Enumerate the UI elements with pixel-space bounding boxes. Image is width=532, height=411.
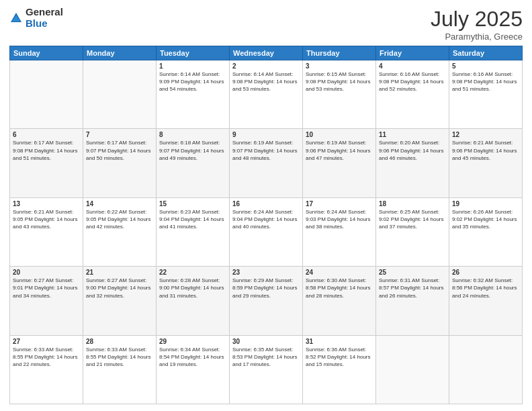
day-cell: 26Sunrise: 6:32 AM Sunset: 8:56 PM Dayli… bbox=[449, 267, 523, 335]
day-number: 27 bbox=[13, 338, 80, 345]
day-number: 2 bbox=[232, 62, 300, 70]
day-number: 31 bbox=[306, 338, 373, 345]
day-number: 7 bbox=[86, 131, 153, 138]
day-cell: 11Sunrise: 6:20 AM Sunset: 9:06 PM Dayli… bbox=[376, 129, 449, 197]
week-row-4: 20Sunrise: 6:27 AM Sunset: 9:01 PM Dayli… bbox=[10, 267, 523, 335]
day-number: 15 bbox=[159, 200, 226, 208]
day-number: 20 bbox=[13, 269, 80, 276]
day-cell: 12Sunrise: 6:21 AM Sunset: 9:06 PM Dayli… bbox=[449, 129, 523, 197]
day-number: 19 bbox=[452, 200, 519, 208]
logo-icon bbox=[9, 11, 23, 25]
day-cell: 23Sunrise: 6:29 AM Sunset: 8:59 PM Dayli… bbox=[230, 267, 303, 335]
day-info: Sunrise: 6:28 AM Sunset: 9:00 PM Dayligh… bbox=[159, 277, 226, 300]
day-number: 5 bbox=[452, 62, 519, 70]
day-number: 24 bbox=[306, 269, 373, 276]
day-cell: 20Sunrise: 6:27 AM Sunset: 9:01 PM Dayli… bbox=[10, 267, 83, 335]
weekday-header-row: SundayMondayTuesdayWednesdayThursdayFrid… bbox=[10, 46, 523, 60]
day-number: 13 bbox=[13, 200, 80, 208]
day-info: Sunrise: 6:14 AM Sunset: 9:08 PM Dayligh… bbox=[232, 71, 300, 93]
day-info: Sunrise: 6:21 AM Sunset: 9:06 PM Dayligh… bbox=[452, 139, 519, 162]
day-info: Sunrise: 6:25 AM Sunset: 9:02 PM Dayligh… bbox=[379, 208, 446, 231]
logo-general: General bbox=[26, 7, 63, 18]
day-number: 8 bbox=[159, 131, 226, 138]
weekday-sunday: Sunday bbox=[10, 46, 83, 60]
weekday-wednesday: Wednesday bbox=[230, 46, 303, 60]
day-info: Sunrise: 6:16 AM Sunset: 9:08 PM Dayligh… bbox=[452, 71, 519, 93]
day-info: Sunrise: 6:34 AM Sunset: 8:54 PM Dayligh… bbox=[159, 346, 226, 369]
day-info: Sunrise: 6:22 AM Sunset: 9:05 PM Dayligh… bbox=[86, 208, 153, 231]
day-info: Sunrise: 6:20 AM Sunset: 9:06 PM Dayligh… bbox=[379, 139, 446, 162]
day-cell: 2Sunrise: 6:14 AM Sunset: 9:08 PM Daylig… bbox=[230, 60, 303, 129]
logo: General Blue bbox=[9, 7, 63, 29]
day-number: 17 bbox=[306, 200, 373, 208]
day-cell: 22Sunrise: 6:28 AM Sunset: 9:00 PM Dayli… bbox=[157, 267, 230, 335]
day-number: 9 bbox=[232, 131, 300, 138]
day-info: Sunrise: 6:23 AM Sunset: 9:04 PM Dayligh… bbox=[159, 208, 226, 231]
month-title: July 2025 bbox=[431, 7, 523, 32]
weekday-friday: Friday bbox=[376, 46, 449, 60]
logo-blue: Blue bbox=[26, 18, 63, 30]
day-info: Sunrise: 6:15 AM Sunset: 9:08 PM Dayligh… bbox=[306, 71, 373, 93]
day-number: 29 bbox=[159, 338, 226, 345]
title-block: July 2025 Paramythia, Greece bbox=[431, 7, 523, 42]
day-cell: 8Sunrise: 6:18 AM Sunset: 9:07 PM Daylig… bbox=[157, 129, 230, 197]
day-number: 22 bbox=[159, 269, 226, 276]
day-info: Sunrise: 6:33 AM Sunset: 8:55 PM Dayligh… bbox=[86, 346, 153, 369]
day-info: Sunrise: 6:26 AM Sunset: 9:02 PM Dayligh… bbox=[452, 208, 519, 231]
day-info: Sunrise: 6:27 AM Sunset: 9:00 PM Dayligh… bbox=[86, 277, 153, 300]
week-row-2: 6Sunrise: 6:17 AM Sunset: 9:08 PM Daylig… bbox=[10, 129, 523, 197]
day-number: 6 bbox=[13, 131, 80, 138]
day-cell: 16Sunrise: 6:24 AM Sunset: 9:04 PM Dayli… bbox=[230, 197, 303, 266]
day-cell: 9Sunrise: 6:19 AM Sunset: 9:07 PM Daylig… bbox=[230, 129, 303, 197]
day-number: 25 bbox=[379, 269, 446, 276]
day-cell: 17Sunrise: 6:24 AM Sunset: 9:03 PM Dayli… bbox=[303, 197, 376, 266]
day-number: 30 bbox=[232, 338, 300, 345]
day-number: 3 bbox=[306, 62, 373, 70]
day-info: Sunrise: 6:24 AM Sunset: 9:03 PM Dayligh… bbox=[306, 208, 373, 231]
day-number: 4 bbox=[379, 62, 446, 70]
logo-text: General Blue bbox=[26, 7, 63, 29]
day-info: Sunrise: 6:24 AM Sunset: 9:04 PM Dayligh… bbox=[232, 208, 300, 231]
day-info: Sunrise: 6:16 AM Sunset: 9:08 PM Dayligh… bbox=[379, 71, 446, 93]
weekday-thursday: Thursday bbox=[303, 46, 376, 60]
day-number: 12 bbox=[452, 131, 519, 138]
day-info: Sunrise: 6:33 AM Sunset: 8:55 PM Dayligh… bbox=[13, 346, 80, 369]
day-info: Sunrise: 6:29 AM Sunset: 8:59 PM Dayligh… bbox=[232, 277, 300, 300]
day-info: Sunrise: 6:19 AM Sunset: 9:06 PM Dayligh… bbox=[306, 139, 373, 162]
day-info: Sunrise: 6:19 AM Sunset: 9:07 PM Dayligh… bbox=[232, 139, 300, 162]
week-row-5: 27Sunrise: 6:33 AM Sunset: 8:55 PM Dayli… bbox=[10, 335, 523, 404]
week-row-3: 13Sunrise: 6:21 AM Sunset: 9:05 PM Dayli… bbox=[10, 197, 523, 266]
day-info: Sunrise: 6:36 AM Sunset: 8:52 PM Dayligh… bbox=[306, 346, 373, 369]
day-number: 26 bbox=[452, 269, 519, 276]
day-cell: 31Sunrise: 6:36 AM Sunset: 8:52 PM Dayli… bbox=[303, 335, 376, 404]
day-cell: 6Sunrise: 6:17 AM Sunset: 9:08 PM Daylig… bbox=[10, 129, 83, 197]
day-cell: 15Sunrise: 6:23 AM Sunset: 9:04 PM Dayli… bbox=[157, 197, 230, 266]
day-cell: 4Sunrise: 6:16 AM Sunset: 9:08 PM Daylig… bbox=[376, 60, 449, 129]
location: Paramythia, Greece bbox=[431, 32, 523, 42]
day-number: 23 bbox=[232, 269, 300, 276]
weekday-tuesday: Tuesday bbox=[157, 46, 230, 60]
day-number: 21 bbox=[86, 269, 153, 276]
day-cell: 21Sunrise: 6:27 AM Sunset: 9:00 PM Dayli… bbox=[83, 267, 157, 335]
calendar-table: SundayMondayTuesdayWednesdayThursdayFrid… bbox=[9, 46, 523, 404]
day-number: 18 bbox=[379, 200, 446, 208]
day-number: 28 bbox=[86, 338, 153, 345]
weekday-saturday: Saturday bbox=[449, 46, 523, 60]
day-info: Sunrise: 6:31 AM Sunset: 8:57 PM Dayligh… bbox=[379, 277, 446, 300]
day-cell: 24Sunrise: 6:30 AM Sunset: 8:58 PM Dayli… bbox=[303, 267, 376, 335]
day-info: Sunrise: 6:27 AM Sunset: 9:01 PM Dayligh… bbox=[13, 277, 80, 300]
day-info: Sunrise: 6:21 AM Sunset: 9:05 PM Dayligh… bbox=[13, 208, 80, 231]
weekday-monday: Monday bbox=[83, 46, 157, 60]
day-cell: 13Sunrise: 6:21 AM Sunset: 9:05 PM Dayli… bbox=[10, 197, 83, 266]
day-info: Sunrise: 6:18 AM Sunset: 9:07 PM Dayligh… bbox=[159, 139, 226, 162]
page-header: General Blue July 2025 Paramythia, Greec… bbox=[9, 7, 523, 42]
day-cell bbox=[376, 335, 449, 404]
day-cell: 10Sunrise: 6:19 AM Sunset: 9:06 PM Dayli… bbox=[303, 129, 376, 197]
day-cell: 3Sunrise: 6:15 AM Sunset: 9:08 PM Daylig… bbox=[303, 60, 376, 129]
day-cell: 28Sunrise: 6:33 AM Sunset: 8:55 PM Dayli… bbox=[83, 335, 157, 404]
day-info: Sunrise: 6:30 AM Sunset: 8:58 PM Dayligh… bbox=[306, 277, 373, 300]
day-info: Sunrise: 6:17 AM Sunset: 9:07 PM Dayligh… bbox=[86, 139, 153, 162]
day-cell: 1Sunrise: 6:14 AM Sunset: 9:09 PM Daylig… bbox=[157, 60, 230, 129]
day-info: Sunrise: 6:32 AM Sunset: 8:56 PM Dayligh… bbox=[452, 277, 519, 300]
day-cell: 30Sunrise: 6:35 AM Sunset: 8:53 PM Dayli… bbox=[230, 335, 303, 404]
